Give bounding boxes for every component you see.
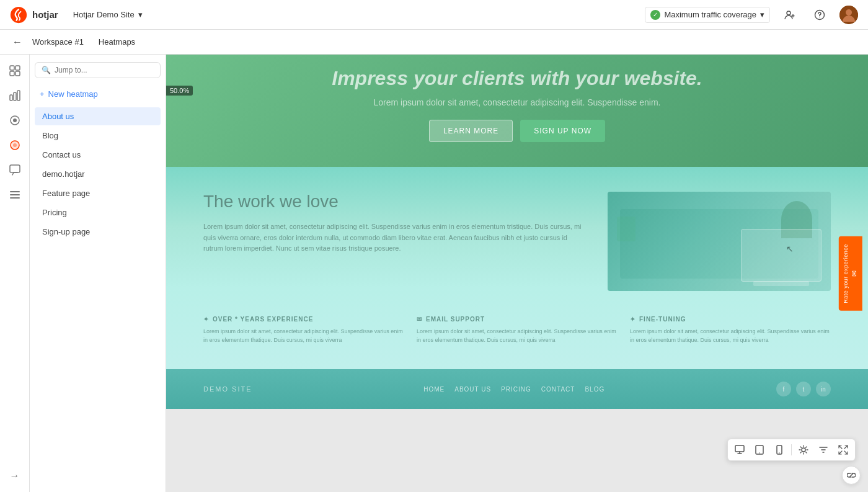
experience-icon: ✦	[203, 316, 209, 323]
learn-more-button[interactable]: LEARN MORE	[429, 120, 513, 142]
back-button[interactable]: ←	[10, 34, 25, 50]
feature-title-text: EMAIL SUPPORT	[426, 316, 485, 323]
footer-nav: HOME ABOUT US PRICING CONTACT BLOG	[423, 386, 604, 393]
sidebar-item-blog[interactable]: Blog	[35, 127, 161, 145]
sidebar-item-label: Contact us	[42, 150, 81, 159]
topbar: hotjar Hotjar Demo Site ▾ ✓ Maximum traf…	[0, 0, 868, 30]
work-section: The work we love Lorem ipsum dolor sit a…	[203, 192, 831, 291]
help-button[interactable]	[810, 5, 830, 25]
add-user-button[interactable]	[780, 5, 800, 25]
hero-title: Impress your clients with your website.	[166, 67, 868, 90]
sidebar-collapse-button[interactable]: →	[4, 465, 26, 487]
sidebar-item-label: Blog	[42, 131, 58, 140]
feature-item-email: ✉ EMAIL SUPPORT Lorem ipsum dolor sit am…	[417, 316, 618, 344]
sidebar-icon-list[interactable]	[4, 184, 26, 206]
sidebar-icons: →	[0, 55, 30, 492]
linkedin-icon[interactable]: in	[816, 382, 831, 396]
plus-icon: +	[40, 89, 45, 99]
sidebar-item-feature-page[interactable]: Feature page	[35, 184, 161, 202]
content-section: The work we love Lorem ipsum dolor sit a…	[166, 167, 868, 369]
sidebar-item-contact-us[interactable]: Contact us	[35, 146, 161, 164]
link-button[interactable]	[842, 466, 861, 485]
feature-item-finetuning: ✦ FINE-TUNING Lorem ipsum dolor sit amet…	[630, 316, 831, 344]
hero-percentage-badge: 50.0%	[166, 86, 193, 96]
expand-button[interactable]	[834, 442, 852, 458]
feature-title-finetuning: ✦ FINE-TUNING	[630, 316, 831, 323]
svg-rect-19	[10, 165, 20, 172]
feature-title-email: ✉ EMAIL SUPPORT	[417, 316, 618, 323]
feature-title-text: FINE-TUNING	[639, 316, 686, 323]
bottom-toolbar	[727, 439, 856, 461]
content-area: 50.0% Impress your clients with your web…	[166, 55, 868, 492]
sidebar-icon-heatmap-active[interactable]	[4, 134, 26, 156]
search-box[interactable]: 🔍	[35, 62, 161, 78]
sidebar-icon-dashboard[interactable]	[4, 60, 26, 82]
work-image: ↖	[608, 192, 831, 291]
footer-nav-blog[interactable]: BLOG	[585, 386, 604, 393]
feedback-tab[interactable]: Rate your experience ✉	[839, 236, 862, 311]
work-title: The work we love	[203, 192, 583, 212]
sidebar-item-about-us[interactable]: About us	[35, 107, 161, 125]
sidebar-icon-analytics[interactable]	[4, 84, 26, 107]
sidebar-item-sign-up-page[interactable]: Sign-up page	[35, 223, 161, 241]
site-selector[interactable]: Hotjar Demo Site ▾	[68, 7, 148, 22]
facebook-icon[interactable]: f	[776, 382, 791, 396]
footer-nav-pricing[interactable]: PRICING	[501, 386, 531, 393]
feature-desc-experience: Lorem ipsum dolor sit amet, consectetur …	[203, 328, 404, 344]
device-mobile-button[interactable]	[770, 442, 789, 458]
new-heatmap-button[interactable]: + New heatmap	[35, 86, 161, 102]
svg-rect-12	[10, 95, 12, 101]
topbar-right: ✓ Maximum traffic coverage ▾	[645, 5, 858, 25]
svg-point-28	[802, 448, 805, 452]
check-circle-icon: ✓	[650, 10, 660, 20]
svg-point-16	[13, 119, 17, 122]
sidebar-item-demo-hotjar[interactable]: demo.hotjar	[35, 165, 161, 183]
footer-nav-home[interactable]: HOME	[423, 386, 445, 393]
heatmap-preview: 50.0% Impress your clients with your web…	[166, 55, 868, 492]
sidebar-icon-dot[interactable]	[4, 109, 26, 132]
avatar[interactable]	[839, 6, 858, 24]
new-heatmap-label: New heatmap	[48, 89, 98, 99]
twitter-icon[interactable]: t	[796, 382, 811, 396]
logo-text: hotjar	[32, 9, 58, 20]
feature-title-text: OVER * YEARS EXPERIENCE	[213, 316, 313, 323]
search-icon: 🔍	[42, 66, 51, 74]
sidebar-list: 🔍 + New heatmap About us Blog Contact us…	[30, 55, 166, 492]
footer-nav-contact[interactable]: CONTACT	[541, 386, 575, 393]
sign-up-button[interactable]: SIGN UP NOW	[520, 120, 605, 142]
work-description: Lorem ipsum dolor sit amet, consectetur …	[203, 221, 583, 254]
device-desktop-button[interactable]	[730, 442, 749, 458]
chevron-down-icon: ▾	[138, 10, 143, 19]
site-name: Hotjar Demo Site	[73, 10, 135, 19]
svg-rect-11	[16, 71, 20, 76]
svg-point-27	[779, 452, 779, 453]
footer-nav-about[interactable]: ABOUT US	[454, 386, 491, 393]
filter-button[interactable]	[814, 442, 833, 458]
search-input[interactable]	[55, 66, 154, 74]
sidebar-item-label: Sign-up page	[42, 227, 90, 236]
toolbar-divider	[791, 444, 792, 455]
feature-desc-finetuning: Lorem ipsum dolor sit amet, consectetur …	[630, 328, 831, 344]
sidebar-icon-chat[interactable]	[4, 159, 26, 181]
breadcrumb-heatmaps: Heatmaps	[99, 37, 135, 47]
logo-area: hotjar	[10, 6, 58, 24]
device-tablet-button[interactable]	[750, 442, 769, 458]
feature-item-experience: ✦ OVER * YEARS EXPERIENCE Lorem ipsum do…	[203, 316, 404, 344]
sidebar-item-label: About us	[42, 112, 74, 121]
settings-button[interactable]	[794, 442, 813, 458]
svg-rect-14	[17, 91, 20, 101]
svg-point-5	[819, 16, 820, 17]
traffic-coverage-selector[interactable]: ✓ Maximum traffic coverage ▾	[645, 7, 770, 23]
footer-section: DEMO SITE HOME ABOUT US PRICING CONTACT …	[166, 369, 868, 409]
svg-rect-21	[10, 194, 20, 195]
footer-logo: DEMO SITE	[203, 385, 252, 393]
svg-point-18	[13, 143, 17, 147]
back-arrow-icon: ←	[12, 37, 22, 47]
svg-rect-9	[16, 66, 20, 70]
hero-buttons: LEARN MORE SIGN UP NOW	[166, 120, 868, 142]
sidebar-item-label: demo.hotjar	[42, 169, 85, 179]
features-row: ✦ OVER * YEARS EXPERIENCE Lorem ipsum do…	[203, 316, 831, 344]
sidebar-item-pricing[interactable]: Pricing	[35, 204, 161, 221]
hotjar-logo-icon	[10, 6, 27, 24]
main-layout: → 🔍 + New heatmap About us Blog Contact …	[0, 55, 868, 492]
